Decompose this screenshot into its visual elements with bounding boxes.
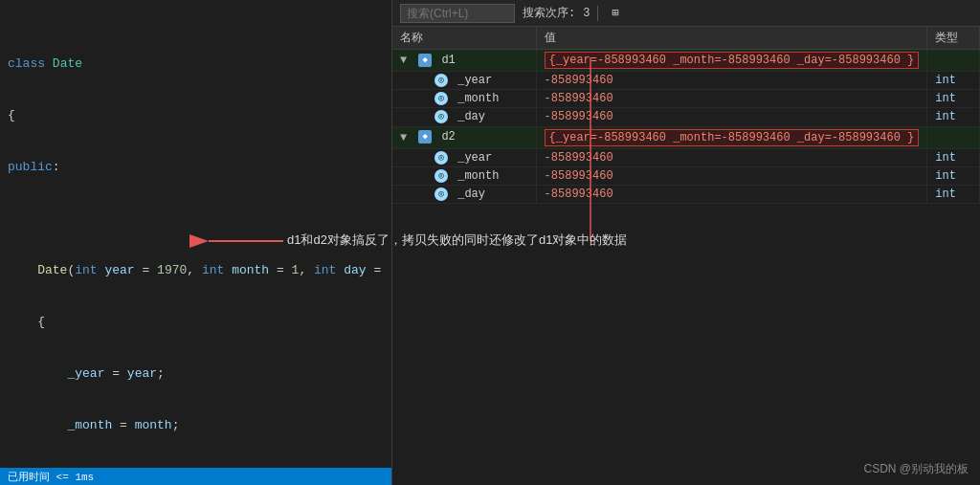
field-icon: ◎ [434, 74, 448, 87]
debug-table: 名称 值 类型 ▼ ◆ d1 {_year=-858993460 _month=… [392, 27, 980, 204]
table-row: ◎ _year -858993460 int [392, 148, 980, 166]
code-line: public: [0, 159, 391, 176]
var-type: int [927, 90, 980, 108]
table-body: ▼ ◆ d1 {_year=-858993460 _month=-8589934… [392, 50, 980, 204]
field-icon: ◎ [434, 169, 448, 183]
expand-icon[interactable]: ▼ [400, 54, 412, 67]
code-line: _month = month; [0, 417, 391, 434]
field-icon: ◎ [434, 92, 448, 105]
var-value: -858993460 [536, 185, 927, 203]
col-header-name: 名称 [392, 27, 536, 50]
var-value: {_year=-858993460 _month=-858993460 _day… [536, 50, 927, 72]
var-value: -858993460 [536, 108, 927, 126]
object-icon: ◆ [418, 130, 432, 143]
code-line: { [0, 107, 391, 124]
var-name: ▼ ◆ d2 [392, 126, 536, 148]
debug-table-container[interactable]: 名称 值 类型 ▼ ◆ d1 {_year=-858993460 _month=… [392, 27, 980, 485]
var-name: ◎ _year [392, 72, 536, 90]
var-type: int [927, 185, 980, 203]
code-line: class Date [0, 55, 391, 73]
var-type [927, 50, 980, 72]
var-type: int [927, 72, 980, 90]
var-value: -858993460 [536, 148, 927, 166]
code-lines: class Date { public: Date(int year = 197… [0, 0, 391, 485]
var-type: int [927, 148, 980, 166]
table-row: ▼ ◆ d1 {_year=-858993460 _month=-8589934… [392, 50, 980, 72]
table-row: ▼ ◆ d2 {_year=-858993460 _month=-8589934… [392, 126, 980, 148]
var-name: ◎ _month [392, 166, 536, 185]
var-name: ◎ _day [392, 108, 536, 126]
code-editor: class Date { public: Date(int year = 197… [0, 0, 392, 485]
table-header: 名称 值 类型 [392, 27, 980, 50]
table-row: ◎ _day -858993460 int [392, 185, 980, 203]
debug-toolbar: 搜索次序: 3 ⊞ [392, 0, 980, 27]
table-row: ◎ _month -858993460 int [392, 90, 980, 108]
var-name: ◎ _day [392, 185, 536, 203]
code-line: { [0, 314, 391, 331]
var-value: -858993460 [536, 72, 927, 90]
field-icon: ◎ [434, 151, 448, 165]
var-value: -858993460 [536, 90, 927, 108]
var-value: -858993460 [536, 166, 927, 185]
var-type: int [927, 108, 980, 126]
search-next-label: 搜索次序: [523, 5, 575, 21]
search-count: 3 [583, 7, 590, 20]
code-line: Date(int year = 1970, int month = 1, int… [0, 262, 391, 279]
status-text: 已用时间 <= 1ms [8, 470, 94, 484]
status-bar: 已用时间 <= 1ms [0, 468, 392, 485]
var-name: ◎ _year [392, 148, 536, 166]
var-name: ▼ ◆ d1 [392, 50, 536, 72]
var-type [927, 126, 980, 148]
col-header-type: 类型 [927, 27, 980, 50]
field-icon: ◎ [434, 187, 448, 201]
object-icon: ◆ [418, 54, 432, 67]
var-value: {_year=-858993460 _month=-858993460 _day… [536, 126, 927, 148]
field-icon: ◎ [434, 110, 448, 123]
expand-icon[interactable]: ▼ [400, 131, 412, 144]
table-row: ◎ _year -858993460 int [392, 72, 980, 90]
grid-button[interactable]: ⊞ [606, 4, 624, 22]
var-type: int [927, 166, 980, 185]
col-header-value: 值 [536, 27, 927, 50]
debug-panel: 搜索次序: 3 ⊞ 名称 值 类型 ▼ ◆ d1 [392, 0, 980, 485]
search-input[interactable] [400, 4, 515, 23]
toolbar-separator [597, 6, 598, 21]
table-row: ◎ _day -858993460 int [392, 108, 980, 126]
var-name: ◎ _month [392, 90, 536, 108]
code-line [0, 210, 391, 228]
table-row: ◎ _month -858993460 int [392, 166, 980, 185]
code-line: _year = year; [0, 365, 391, 383]
